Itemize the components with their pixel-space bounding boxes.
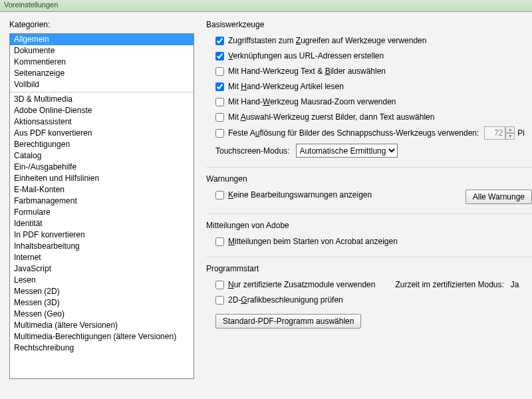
group-title-programmstart: Programmstart: [206, 264, 532, 273]
label-basic-5: Mit Auswahl-Werkzeug zuerst Bilder, dann…: [228, 112, 434, 122]
checkbox-basic-2[interactable]: [215, 67, 224, 76]
label-basic-3: Mit Hand-Werkzeug Artikel lesen: [228, 82, 344, 91]
category-item[interactable]: Kommentieren: [10, 57, 194, 68]
checkbox-row-no-edit-warnings: Keine Bearbeitungswarnungen anzeigen: [215, 189, 372, 201]
unit-snapshot-resolution: Pi: [517, 128, 525, 138]
category-item[interactable]: Messen (3D): [10, 297, 194, 309]
label-basic-4: Mit Hand-Werkzeug Mausrad-Zoom verwenden: [228, 97, 396, 106]
group-title-basiswerkzeuge: Basiswerkzeuge: [206, 20, 532, 29]
label-snapshot-resolution: Feste Auflösung für Bilder des Schnappsc…: [228, 128, 479, 138]
category-item[interactable]: Rechtschreibung: [10, 342, 194, 354]
group-title-warnungen: Warnungen: [206, 174, 532, 184]
button-all-warnings[interactable]: Alle Warnunge: [466, 190, 532, 204]
checkbox-row-snapshot-resolution: Feste Auflösung für Bilder des Schnappsc…: [215, 126, 532, 140]
input-snapshot-resolution[interactable]: [484, 126, 505, 140]
select-touchscreen-mode[interactable]: Automatische Ermittlung: [296, 144, 398, 158]
window-title: Voreinstellungen: [4, 1, 58, 9]
spinner-snapshot-resolution: ▲ ▼: [484, 126, 515, 140]
checkbox-row-basic-3: Mit Hand-Werkzeug Artikel lesen: [215, 80, 532, 92]
category-item[interactable]: Formulare: [10, 207, 194, 218]
category-item[interactable]: Adobe Online-Dienste: [10, 105, 194, 116]
checkbox-basic-0[interactable]: [215, 37, 224, 45]
group-warnungen: Warnungen Keine Bearbeitungswarnungen an…: [206, 174, 532, 204]
checkbox-basic-5[interactable]: [215, 113, 224, 122]
category-item[interactable]: Catalog: [10, 150, 194, 162]
checkbox-adobe-messages[interactable]: [215, 237, 224, 246]
label-2d-accel: 2D-Grafikbeschleunigung prüfen: [228, 295, 343, 305]
category-item[interactable]: Internet: [10, 252, 194, 263]
category-item[interactable]: Aktionsassistent: [10, 116, 194, 128]
label-certified-modules: Nur zertifizierte Zusatzmodule verwenden: [228, 280, 375, 289]
checkbox-no-edit-warnings[interactable]: [215, 191, 224, 200]
checkbox-basic-3[interactable]: [215, 82, 224, 91]
category-item[interactable]: Einheiten und Hilfslinien: [10, 173, 194, 184]
button-default-pdf-program[interactable]: Standard-PDF-Programm auswählen: [215, 314, 361, 329]
sidebar: Kategorien: AllgemeinDokumenteKommentier…: [0, 12, 200, 399]
category-item[interactable]: Inhaltsbearbeitung: [10, 241, 194, 252]
category-item[interactable]: Multimedia-Berechtigungen (ältere Versio…: [10, 331, 194, 342]
spinner-down[interactable]: ▼: [505, 133, 515, 140]
checkbox-row-2d-accel: 2D-Grafikbeschleunigung prüfen: [215, 294, 532, 306]
category-item[interactable]: Vollbild: [10, 79, 194, 90]
checkbox-row-basic-5: Mit Auswahl-Werkzeug zuerst Bilder, dann…: [215, 111, 532, 123]
categories-label: Kategorien:: [9, 20, 194, 29]
checkbox-basic-1[interactable]: [215, 52, 224, 61]
label-adobe-messages: Mitteilungen beim Starten von Acrobat an…: [228, 237, 398, 246]
label-touchscreen-mode: Touchscreen-Modus:: [215, 146, 289, 156]
checkbox-snapshot-resolution[interactable]: [215, 129, 224, 138]
category-item[interactable]: Allgemein: [10, 34, 194, 45]
group-programmstart: Programmstart Nur zertifizierte Zusatzmo…: [206, 264, 532, 326]
category-item[interactable]: 3D & Multimedia: [10, 94, 194, 105]
category-item[interactable]: Ein-/Ausgabehilfe: [10, 162, 194, 173]
dialog-content: Kategorien: AllgemeinDokumenteKommentier…: [0, 12, 532, 399]
category-item[interactable]: Multimedia (ältere Versionen): [10, 320, 194, 331]
category-item[interactable]: Messen (Geo): [10, 309, 194, 320]
category-item[interactable]: Dokumente: [10, 45, 194, 57]
category-item[interactable]: Aus PDF konvertieren: [10, 128, 194, 139]
checkbox-row-basic-2: Mit Hand-Werkzeug Text & Bilder auswähle…: [215, 65, 532, 77]
categories-listbox[interactable]: AllgemeinDokumenteKommentierenSeitenanze…: [9, 33, 194, 379]
checkbox-row-basic-1: Verknüpfungen aus URL-Adressen erstellen: [215, 50, 532, 62]
group-mitteilungen: Mitteilungen von Adobe Mitteilungen beim…: [206, 221, 532, 247]
category-item[interactable]: Messen (2D): [10, 286, 194, 297]
row-touchscreen-mode: Touchscreen-Modus: Automatische Ermittlu…: [215, 144, 532, 158]
checkbox-certified-modules[interactable]: [215, 281, 224, 289]
checkbox-row-basic-0: Zugriffstasten zum Zugreifen auf Werkzeu…: [215, 35, 532, 47]
group-title-mitteilungen: Mitteilungen von Adobe: [206, 221, 532, 230]
checkbox-basic-4[interactable]: [215, 98, 224, 106]
label-basic-0: Zugriffstasten zum Zugreifen auf Werkzeu…: [228, 36, 426, 45]
label-basic-2: Mit Hand-Werkzeug Text & Bilder auswähle…: [228, 66, 386, 76]
category-item[interactable]: In PDF konvertieren: [10, 229, 194, 241]
category-item[interactable]: Lesen: [10, 275, 194, 286]
group-basiswerkzeuge: Basiswerkzeuge Zugriffstasten zum Zugrei…: [206, 20, 532, 158]
checkbox-row-basic-4: Mit Hand-Werkzeug Mausrad-Zoom verwenden: [215, 96, 532, 108]
spinner-up[interactable]: ▲: [505, 126, 515, 133]
category-item[interactable]: E-Mail-Konten: [10, 184, 194, 196]
category-item[interactable]: JavaScript: [10, 263, 194, 275]
window-titlebar: Voreinstellungen: [0, 0, 532, 12]
checkbox-2d-accel[interactable]: [215, 296, 224, 305]
checkbox-row-adobe-messages: Mitteilungen beim Starten von Acrobat an…: [215, 235, 532, 247]
category-item[interactable]: Seitenanzeige: [10, 68, 194, 79]
checkbox-row-certified-modules: Nur zertifizierte Zusatzmodule verwenden…: [215, 279, 532, 291]
label-basic-1: Verknüpfungen aus URL-Adressen erstellen: [228, 51, 384, 61]
label-no-edit-warnings: Keine Bearbeitungswarnungen anzeigen: [228, 190, 372, 200]
category-item[interactable]: Berechtigungen: [10, 139, 194, 150]
category-item[interactable]: Farbmanagement: [10, 196, 194, 207]
category-item[interactable]: Identität: [10, 218, 194, 229]
settings-panel: Basiswerkzeuge Zugriffstasten zum Zugrei…: [200, 12, 532, 399]
certified-mode-status: Zurzeit im zertifizierten Modus: Ja: [395, 280, 519, 289]
